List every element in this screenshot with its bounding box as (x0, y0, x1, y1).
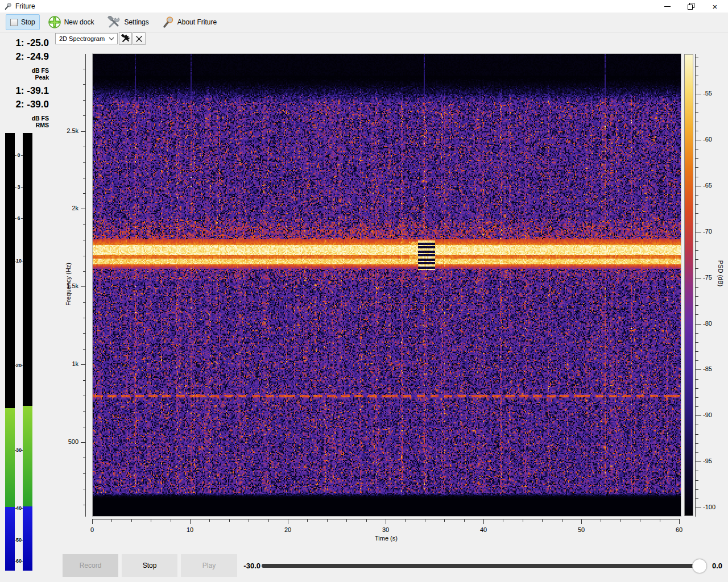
x-axis-tick-label: 60 (671, 526, 688, 534)
colorbar-tick (696, 223, 698, 223)
spectrogram-plot-area (92, 53, 681, 517)
y-axis-tick (83, 178, 85, 178)
chevron-down-icon (109, 37, 114, 40)
toolbar-about-button[interactable]: About Friture (158, 14, 221, 30)
stop-square-icon (10, 19, 18, 26)
restore-button[interactable] (679, 0, 703, 13)
minimize-button[interactable] (655, 0, 679, 13)
y-axis-tick (83, 162, 85, 163)
colorbar-tick (696, 342, 698, 343)
meter-tick-label: 20 (15, 363, 22, 368)
y-axis-tick (83, 505, 85, 505)
y-axis-tick-label: 2k (55, 205, 78, 213)
colorbar-tick (696, 250, 698, 251)
y-axis-tick (83, 318, 85, 318)
record-button[interactable]: Record (63, 554, 118, 577)
y-axis-tick (81, 286, 85, 287)
x-axis-tick (366, 519, 367, 522)
x-axis-tick-label: 10 (181, 526, 198, 534)
dock-close-button[interactable] (133, 32, 146, 45)
y-axis-tick (83, 489, 85, 489)
colorbar-tick (696, 241, 698, 242)
colorbar-tick (696, 324, 701, 325)
toolbar-stop-label: Stop (21, 18, 35, 26)
x-axis-tick (229, 519, 230, 522)
x-axis-tick (327, 519, 328, 522)
y-axis-tick (83, 147, 85, 147)
x-axis-tick (542, 519, 543, 522)
colorbar-tick (696, 333, 698, 334)
x-axis-tick (346, 519, 347, 522)
settings-tools-icon (107, 16, 121, 28)
y-axis-tick (83, 380, 85, 381)
y-axis-tick (83, 225, 85, 225)
x-axis-tick (405, 519, 406, 522)
dock-type-select[interactable]: 2D Spectrogram (55, 33, 118, 44)
colorbar-tick (696, 204, 698, 205)
y-axis-tick (81, 131, 85, 132)
colorbar-tick (696, 434, 698, 435)
y-axis-tick (83, 396, 85, 396)
volume-slider-handle[interactable] (692, 559, 707, 573)
spectrogram-canvas (93, 54, 681, 516)
x-axis-tick (483, 519, 484, 524)
x-axis-tick (386, 519, 386, 524)
x-axis-tick (425, 519, 425, 522)
x-axis-tick (190, 519, 191, 524)
colorbar-tick (696, 443, 698, 444)
x-axis-tick-label: 0 (84, 526, 101, 534)
colorbar-tick (696, 112, 698, 113)
colorbar-tick-label: -95 (703, 458, 723, 465)
dock-settings-button[interactable] (119, 32, 132, 45)
minimize-icon (664, 6, 671, 7)
rms-level-ch1: 1: -39.1 (1, 85, 49, 97)
rms-kind-label: RMS (1, 122, 49, 128)
colorbar-tick (696, 103, 698, 103)
colorbar-tick (696, 287, 698, 288)
colorbar-tick (696, 388, 698, 389)
y-axis-tick (83, 473, 85, 474)
colorbar-tick (696, 278, 701, 278)
meter-tick-label: 3 (15, 184, 22, 190)
y-axis-tick (81, 364, 85, 365)
x-axis-tick (660, 519, 660, 522)
colorbar-tick (696, 351, 698, 352)
colorbar-tick (696, 508, 701, 508)
window-controls: × (655, 0, 727, 13)
x-axis-tick (562, 519, 562, 522)
colorbar-tick (696, 149, 698, 149)
close-button[interactable]: × (703, 0, 727, 13)
volume-slider-track[interactable] (262, 564, 701, 568)
x-axis-tick-label: 20 (279, 526, 296, 534)
x-axis-tick-label: 50 (573, 526, 590, 534)
colorbar-tick (696, 57, 698, 57)
toolbar-new-dock-button[interactable]: New dock (44, 14, 99, 30)
colorbar-tick-label: -90 (703, 411, 723, 419)
y-axis-tick (83, 69, 85, 69)
x-axis-tick (679, 519, 680, 524)
colorbar-tick (696, 360, 698, 361)
new-dock-plus-icon (48, 16, 61, 28)
colorbar-tick-label: -100 (703, 504, 723, 512)
window-title: Friture (15, 2, 35, 10)
stop-button[interactable]: Stop (122, 554, 177, 577)
meter-tick-label: 30 (15, 447, 22, 453)
colorbar-tick (696, 415, 701, 416)
colorbar-tick (696, 462, 701, 462)
toolbar-new-dock-label: New dock (64, 18, 94, 26)
meter-tick-label: 60 (15, 558, 22, 564)
x-axis-tick-label: 40 (475, 526, 492, 534)
meter-tick-label: 0 (15, 152, 22, 158)
colorbar-tick (696, 397, 698, 398)
colorbar-tick (696, 471, 698, 471)
y-axis-tick-label: 2.5k (55, 127, 78, 135)
toolbar-stop-button[interactable]: Stop (6, 14, 40, 30)
peak-unit-label: dB FS (1, 67, 49, 74)
colorbar-tick (696, 186, 701, 186)
meter-tick-label: 6 (15, 215, 22, 221)
y-axis-tick (83, 271, 85, 272)
colorbar-tick (696, 85, 698, 85)
x-axis-tick (523, 519, 523, 522)
toolbar-settings-button[interactable]: Settings (102, 14, 153, 30)
play-button[interactable]: Play (181, 554, 237, 577)
